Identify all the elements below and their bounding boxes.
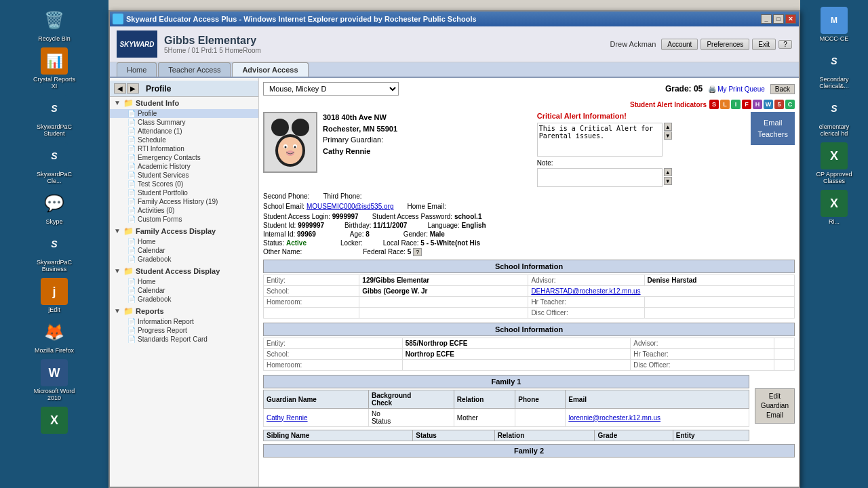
account-button[interactable]: Account [661,39,698,50]
sidebar-item-custom-forms[interactable]: 📄 Custom Forms [110,215,258,224]
sidebar-item-activities[interactable]: 📄 Activities (0) [110,206,258,215]
reports-group[interactable]: ▼ 📁 Reports [110,305,258,317]
school-label-2: School: [264,349,403,360]
crystal-reports-icon[interactable]: 📊 Crystal Reports XI [31,47,78,89]
note-area: ▲ ▼ [537,168,746,187]
sidebar-item-student-services[interactable]: 📄 Student Services [110,171,258,180]
student-info-group[interactable]: ▼ 📁 Student Info [110,97,258,109]
back-button[interactable]: Back [770,84,795,94]
sidebar-family-calendar[interactable]: 📄 Calendar [110,246,258,255]
jedit-icon[interactable]: j jEdit [31,278,78,313]
sibling-entity-col: Entity [673,430,749,441]
homeroom-label-2: Homeroom: [264,360,403,371]
tab-teacher-access[interactable]: Teacher Access [158,62,231,77]
sidebar-item-schedule[interactable]: 📄 Schedule [110,136,258,144]
hr-teacher-label-2: Hr Teacher: [631,349,774,360]
logo-area: SKYWARD Gibbs Elementary 5Home / 01 Prd:… [117,30,261,58]
sidebar-student-calendar[interactable]: 📄 Calendar [110,286,258,295]
excel-icon[interactable]: X [31,407,78,435]
homeroom-value-2 [402,360,631,371]
back-nav-arrow[interactable]: ◀ [114,83,126,94]
skyward-pac3-icon[interactable]: S SkywardPaC Business [31,230,78,272]
desktop-left: 🗑️ Recycle Bin 📊 Crystal Reports XI S Sk… [0,0,108,488]
printer-icon: 🖨️ [708,85,716,93]
skyward-pac-icon[interactable]: S SkywardPaC Student [31,95,78,137]
hr-teacher-value-1 [644,297,794,308]
homeroom-value-1 [359,297,528,308]
word-icon[interactable]: W Microsoft Word 2010 [31,359,78,401]
secondary-clerical-icon[interactable]: S Secondary Clerical&... [810,47,858,89]
sidebar-item-academic-history[interactable]: 📄 Academic History [110,162,258,171]
elementary-clerical-icon[interactable]: S elementary clerical hd [810,95,858,137]
school-info-1-header: School Information [263,260,795,273]
note-scrollbar: ▲ ▼ [664,168,672,187]
family-access-group[interactable]: ▼ 📁 Family Access Display [110,225,258,237]
student-selector[interactable]: Mouse, Mickey D [263,82,399,96]
sidebar-item-class-summary[interactable]: 📄 Class Summary [110,118,258,127]
scroll-down[interactable]: ▼ [664,131,672,140]
recycle-bin-icon[interactable]: 🗑️ Recycle Bin [31,7,78,42]
svg-point-6 [285,146,287,148]
sidebar-item-rti[interactable]: 📄 RTI Information [110,144,258,153]
expand-icon: ▼ [114,307,122,315]
skyward-pac2-icon[interactable]: S SkywardPaC Cle... [31,142,78,184]
sidebar-item-profile[interactable]: 📄 Profile [110,109,258,118]
svg-point-0 [271,119,289,136]
edit-guardian-button[interactable]: Edit Guardian Email [755,388,795,424]
disc-officer-value-1 [644,308,794,319]
nav-tabs: Home Teacher Access Advisor Access [110,62,799,78]
sidebar-family-gradebook[interactable]: 📄 Gradebook [110,255,258,264]
sidebar-item-attendance[interactable]: 📄 Attendance (1) [110,127,258,136]
badge-5: 5 [774,100,784,109]
disc-officer-label-2: Disc Officer: [631,360,774,371]
sidebar-item-family-access-history[interactable]: 📄 Family Access History (19) [110,197,258,206]
sidebar-info-report[interactable]: 📄 Information Report [110,317,258,326]
close-button[interactable]: ✕ [785,14,796,24]
top-bar: SKYWARD Gibbs Elementary 5Home / 01 Prd:… [110,26,799,62]
exit-button[interactable]: Exit [752,39,776,50]
scroll-up[interactable]: ▲ [664,123,672,131]
entity-label-2: Entity: [264,338,403,349]
sidebar-item-emergency-contacts[interactable]: 📄 Emergency Contacts [110,153,258,162]
skype-icon[interactable]: 💬 Skype [31,190,78,225]
sidebar-standards-report[interactable]: 📄 Standards Report Card [110,335,258,344]
tab-advisor-access[interactable]: Advisor Access [232,62,308,77]
sidebar-academic-label: Academic History [138,163,191,170]
mccc-ce-icon[interactable]: M MCCC-CE [810,7,858,42]
minimize-button[interactable]: _ [761,14,772,24]
sidebar-item-student-portfolio[interactable]: 📄 Student Portfolio [110,188,258,197]
sidebar-student-home[interactable]: 📄 Home [110,277,258,286]
help-button[interactable]: ? [778,40,792,49]
sidebar-student-gradebook[interactable]: 📄 Gradebook [110,295,258,304]
doc-icon: 📄 [127,247,136,254]
sidebar-services-label: Student Services [138,171,189,179]
email-teachers-button[interactable]: Email Teachers [751,112,795,145]
firefox-icon[interactable]: 🦊 Mozilla Firefox [31,319,78,354]
profile-section-title: Profile [146,84,171,94]
sidebar-item-test-scores[interactable]: 📄 Test Scores (0) [110,180,258,188]
school-email-link[interactable]: MOUSEMIC000@isd535.org [307,203,394,210]
maximize-button[interactable]: □ [773,14,784,24]
sidebar-emergency-label: Emergency Contacts [138,154,201,161]
edit-guardian-area: Edit Guardian Email [755,388,795,424]
badge-w: W [764,100,773,109]
student-access-group[interactable]: ▼ 📁 Student Access Display [110,265,258,277]
federal-race-help[interactable]: ? [413,248,422,256]
ri-classes-icon[interactable]: X Ri... [810,190,858,225]
sibling-table: Sibling Name Status Relation Grade Entit… [263,430,749,441]
badge-c: C [785,100,795,109]
cp-approved-icon[interactable]: X CP Approved Classes [810,142,858,184]
sidebar-progress-report[interactable]: 📄 Progress Report [110,326,258,335]
note-input[interactable] [537,168,663,187]
note-scroll-up[interactable]: ▲ [664,168,672,176]
preferences-button[interactable]: Preferences [701,39,749,50]
note-scroll-down[interactable]: ▼ [664,177,672,185]
tab-home[interactable]: Home [117,62,157,77]
alert-text-input[interactable]: This is a Critical Alert for Parental is… [537,123,663,157]
address: 3018 40th Ave NW Rochester, MN 55901 Pri… [323,112,532,157]
forward-nav-arrow[interactable]: ▶ [127,83,139,94]
sidebar-family-home[interactable]: 📄 Home [110,237,258,246]
email-col: Email [566,390,749,409]
browser-icon [113,14,123,24]
print-queue-button[interactable]: 🖨️ My Print Queue [708,85,764,93]
